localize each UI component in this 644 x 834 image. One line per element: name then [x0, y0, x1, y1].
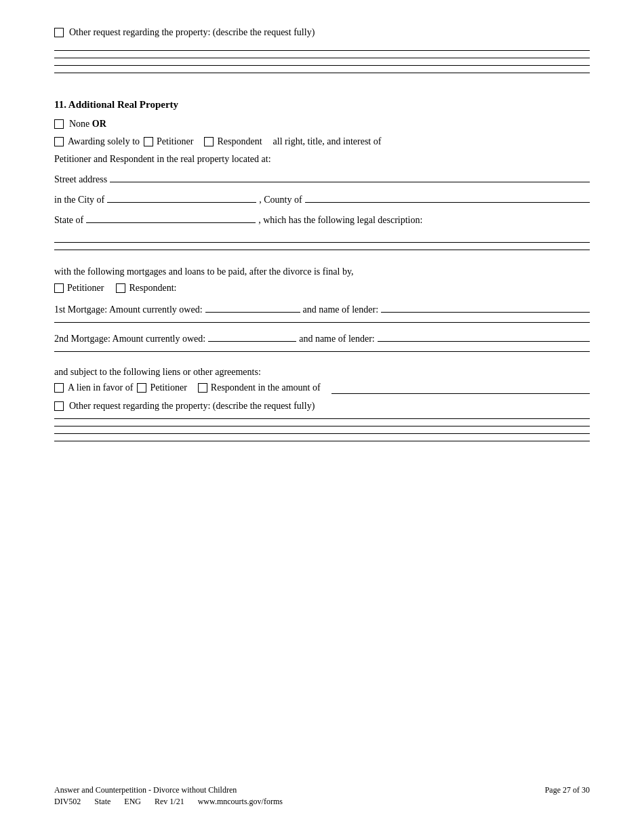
legal-line-2[interactable]: [54, 250, 590, 250]
city-field[interactable]: [107, 191, 256, 203]
lender1-field[interactable]: [381, 300, 590, 313]
street-address-row: Street address: [54, 170, 590, 185]
state-label: State of: [54, 215, 83, 226]
top-other-request-label: Other request regarding the property: (d…: [69, 27, 315, 38]
first-mortgage-amount[interactable]: [205, 300, 300, 313]
respondent-lien-inline: Respondent in the amount of: [198, 382, 321, 393]
lender2-label: and name of lender:: [299, 334, 375, 344]
state-row: State of , which has the following legal…: [54, 211, 590, 226]
desc-line-4[interactable]: [54, 73, 590, 73]
respondent-pay-checkbox[interactable]: [116, 283, 125, 293]
bottom-line-2[interactable]: [54, 426, 590, 426]
county-field[interactable]: [305, 191, 590, 203]
footer-form-number: DIV502: [54, 797, 81, 807]
footer-website: www.mncourts.gov/forms: [198, 797, 283, 807]
other-request-bottom-row: Other request regarding the property: (d…: [54, 401, 590, 412]
county-label: , County of: [259, 195, 302, 205]
state-field[interactable]: [86, 211, 256, 223]
top-other-request-checkbox[interactable]: [54, 28, 64, 37]
respondent-label: Respondent: [217, 136, 262, 147]
all-right-label: all right, title, and interest of: [273, 136, 382, 147]
awarding-label: Awarding solely to: [68, 136, 140, 147]
none-checkbox[interactable]: [54, 119, 64, 129]
respondent-lien-checkbox[interactable]: [198, 383, 207, 393]
lien-row: A lien in favor of Petitioner Respondent…: [54, 382, 590, 394]
awarding-checkbox[interactable]: [54, 137, 64, 146]
desc-line-3[interactable]: [54, 65, 590, 66]
petitioner-inline: Petitioner: [144, 136, 193, 147]
lender2-field[interactable]: [378, 330, 590, 342]
awarding-row: Awarding solely to Petitioner Respondent…: [54, 136, 590, 147]
legal-desc-label: , which has the following legal descript…: [258, 215, 422, 226]
bottom-desc-lines: [54, 418, 590, 441]
petitioner-checkbox[interactable]: [144, 137, 153, 146]
city-county-row: in the City of , County of: [54, 191, 590, 205]
petitioner-lien-label: Petitioner: [150, 382, 186, 393]
page-footer: Answer and Counterpetition - Divorce wit…: [54, 785, 590, 807]
first-mortgage-label: 1st Mortgage: Amount currently owed:: [54, 304, 203, 315]
mortgage1-separator: [54, 322, 590, 323]
city-label: in the City of: [54, 195, 104, 205]
footer-state: State: [94, 797, 110, 807]
legal-desc-lines: [54, 242, 590, 250]
footer-page-number: Page 27 of 30: [545, 785, 590, 807]
lien-checkbox[interactable]: [54, 383, 64, 393]
lien-label: A lien in favor of: [68, 382, 133, 393]
footer-language: ENG: [124, 797, 141, 807]
none-label: None OR: [69, 119, 106, 130]
second-mortgage-amount[interactable]: [208, 330, 296, 342]
bottom-line-4[interactable]: [54, 441, 590, 441]
petitioner-pay-checkbox[interactable]: [54, 283, 64, 293]
other-request-bottom-checkbox[interactable]: [54, 401, 64, 411]
second-mortgage-label: 2nd Mortgage: Amount currently owed:: [54, 334, 205, 344]
footer-left: Answer and Counterpetition - Divorce wit…: [54, 785, 283, 807]
respondent-checkbox[interactable]: [204, 137, 214, 146]
subject-liens-text: and subject to the following liens or ot…: [54, 367, 590, 378]
section-11-title: 11. Additional Real Property: [54, 99, 590, 111]
footer-doc-title: Answer and Counterpetition - Divorce wit…: [54, 785, 283, 795]
footer-revision: Rev 1/21: [155, 797, 184, 807]
desc-line-2[interactable]: [54, 58, 590, 58]
page-content: Other request regarding the property: (d…: [54, 27, 590, 441]
description-lines-top: [54, 50, 590, 73]
bottom-line-1[interactable]: [54, 418, 590, 419]
respondent-inline: Respondent: [204, 136, 262, 147]
petitioner-lien-inline: Petitioner: [137, 382, 186, 393]
top-other-request-row: Other request regarding the property: (d…: [54, 27, 590, 38]
mortgage2-separator: [54, 351, 590, 352]
desc-line-1[interactable]: [54, 50, 590, 51]
legal-line-1[interactable]: [54, 242, 590, 243]
pet-resp-desc: Petitioner and Respondent in the real pr…: [54, 154, 590, 165]
respondent-check-inline: Respondent:: [116, 283, 176, 294]
footer-meta-row: DIV502 State ENG Rev 1/21 www.mncourts.g…: [54, 797, 283, 807]
street-address-label: Street address: [54, 174, 107, 185]
petitioner-lien-checkbox[interactable]: [137, 383, 146, 393]
street-address-field[interactable]: [110, 170, 590, 182]
other-request-bottom-label: Other request regarding the property: (d…: [69, 401, 315, 412]
mortgages-text: with the following mortgages and loans t…: [54, 266, 590, 277]
none-or-row: None OR: [54, 119, 590, 130]
first-mortgage-row: 1st Mortgage: Amount currently owed: and…: [54, 300, 590, 315]
second-mortgage-row: 2nd Mortgage: Amount currently owed: and…: [54, 330, 590, 344]
petitioner-pay-label: Petitioner: [67, 283, 104, 294]
petitioner-label: Petitioner: [157, 136, 193, 147]
respondent-amount-label: Respondent in the amount of: [211, 382, 321, 393]
respondent-pay-label: Respondent:: [129, 283, 176, 294]
pet-resp-check-row: Petitioner Respondent:: [54, 283, 590, 294]
bottom-line-3[interactable]: [54, 433, 590, 434]
petitioner-check-inline: Petitioner: [54, 283, 104, 294]
lien-amount-field[interactable]: [331, 382, 590, 394]
lender1-label: and name of lender:: [303, 304, 379, 315]
